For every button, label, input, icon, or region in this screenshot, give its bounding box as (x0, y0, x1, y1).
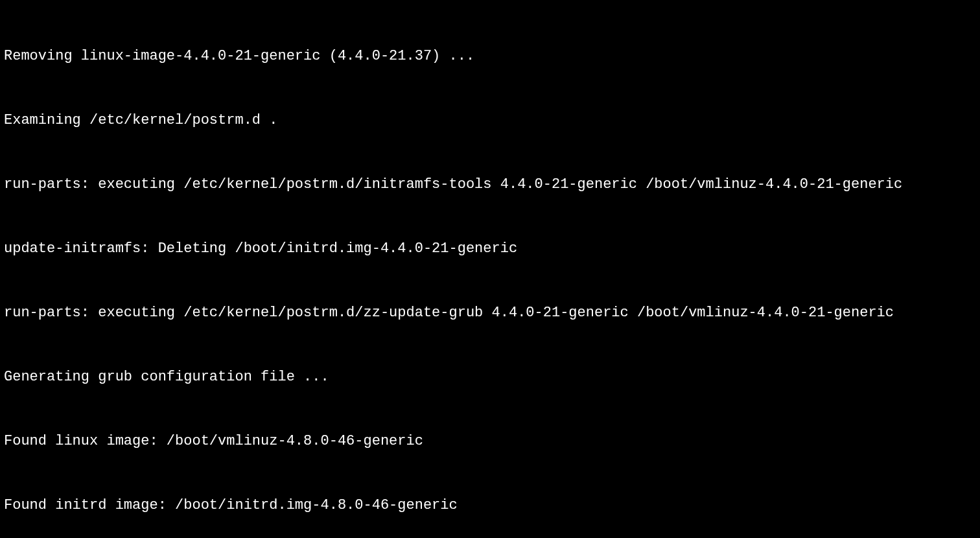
terminal-line: run-parts: executing /etc/kernel/postrm.… (4, 302, 976, 323)
terminal-line: Found linux image: /boot/vmlinuz-4.8.0-4… (4, 430, 976, 452)
terminal-line: Found initrd image: /boot/initrd.img-4.8… (4, 495, 976, 516)
terminal-line: Removing linux-image-4.4.0-21-generic (4… (4, 45, 976, 67)
terminal-line: update-initramfs: Deleting /boot/initrd.… (4, 238, 976, 259)
terminal-line: Examining /etc/kernel/postrm.d . (4, 110, 976, 131)
terminal-line: Generating grub configuration file ... (4, 366, 976, 388)
terminal-line: run-parts: executing /etc/kernel/postrm.… (4, 174, 976, 195)
terminal-output[interactable]: Removing linux-image-4.4.0-21-generic (4… (4, 3, 976, 538)
